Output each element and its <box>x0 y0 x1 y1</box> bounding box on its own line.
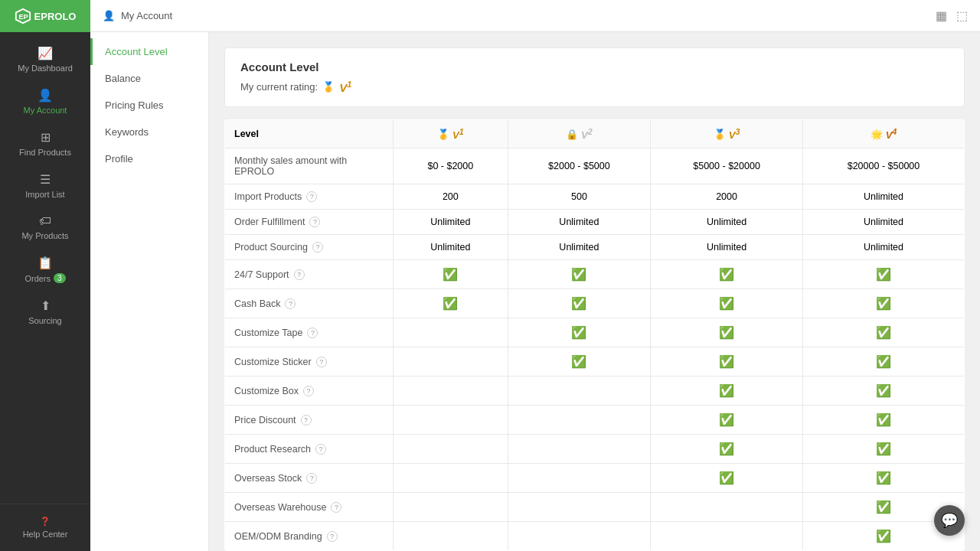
table-header-v1: 🥇 V1 <box>394 120 508 148</box>
orders-badge: 3 <box>54 273 66 283</box>
sidebar-item-dashboard[interactable]: 📈 My Dashboard <box>0 38 90 80</box>
check-icon: ✅ <box>876 268 891 281</box>
sub-nav-keywords[interactable]: Keywords <box>90 119 208 145</box>
feature-value-v4: ✅ <box>802 435 964 464</box>
topbar-user-icon: 👤 <box>103 10 115 21</box>
check-icon: ✅ <box>719 413 734 426</box>
topbar: 👤 My Account ▦ ⬚ <box>90 0 980 32</box>
sidebar-item-import-list[interactable]: ☰ Import List <box>0 165 90 207</box>
help-icon[interactable]: ? <box>306 191 317 202</box>
feature-label-cell: Customize Sticker ? <box>225 347 394 377</box>
dashboard-icon: 📈 <box>38 46 53 60</box>
table-row: Product Research ?✅✅ <box>225 435 965 464</box>
feature-label-cell: Overseas Stock ? <box>225 464 394 493</box>
chat-icon: 💬 <box>941 512 958 529</box>
help-icon[interactable]: ? <box>307 328 318 338</box>
feature-value-v4: ✅ <box>802 464 964 493</box>
v2-lock-icon: 🔒 <box>566 129 578 140</box>
sidebar-item-account-label: My Account <box>24 106 67 115</box>
help-icon[interactable]: ? <box>316 357 327 367</box>
feature-value-v2 <box>508 493 651 522</box>
feature-value-v4: Unlimited <box>802 184 964 210</box>
check-icon: ✅ <box>571 355 586 368</box>
help-icon[interactable]: ? <box>331 502 341 513</box>
v4-star-icon: 🌟 <box>871 129 883 140</box>
feature-value-v2 <box>508 435 651 464</box>
sidebar-item-my-products[interactable]: 🏷 My Products <box>0 207 90 248</box>
help-icon[interactable]: ? <box>294 269 305 280</box>
check-icon: ✅ <box>719 268 734 281</box>
check-icon: ✅ <box>876 413 891 426</box>
topbar-account-label: My Account <box>121 10 172 21</box>
feature-label-cell: Import Products ? <box>225 184 394 210</box>
check-icon: ✅ <box>719 471 734 484</box>
feature-value-v1: Unlimited <box>394 235 508 260</box>
table-header-level: Level <box>225 120 394 148</box>
help-icon[interactable]: ? <box>309 217 320 227</box>
help-icon: ❓ <box>40 517 51 527</box>
sub-nav-balance[interactable]: Balance <box>90 65 208 92</box>
feature-name: Product Sourcing <box>234 242 308 253</box>
feature-value-v2 <box>508 377 651 406</box>
feature-value-v3: ✅ <box>651 260 803 289</box>
help-icon[interactable]: ? <box>301 415 312 425</box>
feature-value-v1 <box>394 522 508 551</box>
find-products-icon: ⊞ <box>41 130 51 145</box>
sidebar-item-orders-label: Orders <box>24 274 51 283</box>
feature-value-v2: ✅ <box>508 289 651 318</box>
table-row: 24/7 Support ?✅✅✅✅ <box>225 260 965 289</box>
feature-value-v1: ✅ <box>394 289 508 318</box>
sidebar-item-account[interactable]: 👤 My Account <box>0 80 90 122</box>
logo: EP EPROLO <box>0 0 90 32</box>
sub-nav-profile[interactable]: Profile <box>90 145 208 172</box>
table-header-v4: 🌟 V4 <box>802 120 964 148</box>
help-center-button[interactable]: ❓ Help Center <box>5 512 86 543</box>
chat-bubble[interactable]: 💬 <box>934 505 965 536</box>
feature-label-cell: Customize Tape ? <box>225 318 394 347</box>
feature-label-cell: Product Sourcing ? <box>225 235 394 260</box>
feature-value-v2: ✅ <box>508 260 651 289</box>
help-icon[interactable]: ? <box>327 531 338 542</box>
import-list-icon: ☰ <box>40 172 51 187</box>
account-level-card: Account Level My current rating: 🥇 V1 <box>224 47 965 107</box>
feature-value-v2: Unlimited <box>508 235 651 260</box>
current-rating-label: My current rating: <box>240 81 318 93</box>
feature-value-v1 <box>394 493 508 522</box>
sub-nav-pricing-rules[interactable]: Pricing Rules <box>90 92 208 119</box>
feature-value-v3: ✅ <box>651 377 803 406</box>
sidebar-item-find-products[interactable]: ⊞ Find Products <box>0 122 90 165</box>
table-header-v3: 🥇 V3 <box>651 120 803 148</box>
feature-label-cell: Customize Box ? <box>225 377 394 406</box>
sidebar-item-sourcing[interactable]: ⬆ Sourcing <box>0 291 90 333</box>
sub-nav-account-level[interactable]: Account Level <box>90 38 208 65</box>
check-icon: ✅ <box>876 326 891 339</box>
feature-value-v3: ✅ <box>651 289 803 318</box>
check-icon: ✅ <box>571 268 586 281</box>
sidebar-item-orders[interactable]: 📋 Orders 3 <box>0 248 90 291</box>
sidebar-item-my-products-label: My Products <box>21 231 68 240</box>
feature-value-v3: Unlimited <box>651 210 803 235</box>
table-row: Cash Back ?✅✅✅✅ <box>225 289 965 318</box>
logout-icon[interactable]: ⬚ <box>956 8 968 23</box>
help-icon[interactable]: ? <box>285 298 296 309</box>
v3-medal-icon: 🥇 <box>714 129 726 140</box>
check-icon: ✅ <box>443 268 458 281</box>
sidebar-item-import-list-label: Import List <box>25 190 64 199</box>
sidebar: EP EPROLO 📈 My Dashboard 👤 My Account ⊞ … <box>0 0 90 551</box>
my-products-icon: 🏷 <box>39 214 51 228</box>
help-icon[interactable]: ? <box>312 242 323 253</box>
check-icon: ✅ <box>876 530 891 543</box>
feature-value-v3: Unlimited <box>651 235 803 260</box>
page-title: Account Level <box>240 60 949 73</box>
grid-icon[interactable]: ▦ <box>936 8 947 23</box>
help-icon[interactable]: ? <box>303 386 314 396</box>
feature-name: Overseas Stock <box>234 473 302 484</box>
feature-name: Customize Box <box>234 386 299 396</box>
check-icon: ✅ <box>719 442 734 455</box>
sub-sidebar: Account Level Balance Pricing Rules Keyw… <box>90 32 209 551</box>
feature-label-cell: Overseas Warehouse ? <box>225 493 394 522</box>
help-icon[interactable]: ? <box>306 473 317 484</box>
feature-name: 24/7 Support <box>234 269 289 280</box>
help-icon[interactable]: ? <box>315 444 326 455</box>
table-row: Order Fulfillment ?UnlimitedUnlimitedUnl… <box>225 210 965 235</box>
